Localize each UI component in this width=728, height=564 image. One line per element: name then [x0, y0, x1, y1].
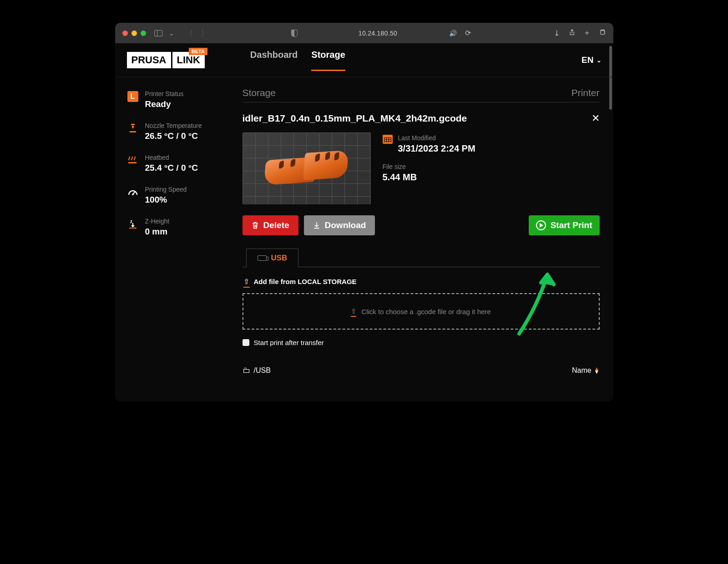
z-label: Z-Height — [145, 218, 170, 225]
gcode-thumbnail — [243, 132, 371, 204]
chevron-down-icon[interactable]: ⌄ — [166, 28, 177, 39]
checkbox-label: Start print after transfer — [254, 339, 324, 346]
tab-overview-icon[interactable] — [599, 29, 606, 38]
download-icon — [313, 221, 320, 229]
play-icon — [536, 220, 546, 230]
z-value: 0 mm — [145, 227, 170, 237]
drop-zone[interactable]: ⇧ Click to choose a .gcode file or drag … — [243, 293, 600, 330]
logo-part-a: PRUSA — [127, 52, 171, 68]
status-sidebar: L Printer Status Ready Nozzle Temperatur… — [115, 77, 243, 401]
nav-storage[interactable]: Storage — [311, 50, 345, 71]
start-label: Start Print — [551, 220, 592, 230]
heatbed-temp: Heatbed 25.4 °C / 0 °C — [127, 154, 233, 173]
status-icon: L — [127, 91, 138, 102]
browser-window: ⌄ 〈 〉 10.24.180.50 🔊 ⟳ ⤓ ＋ — [115, 23, 613, 401]
speed-icon — [127, 186, 139, 198]
print-speed: Printing Speed 100% — [127, 186, 233, 205]
folder-icon: 🗀 — [243, 366, 250, 375]
page-subtitle: Printer — [571, 87, 600, 98]
app-header: PRUSA LINK BETA Dashboard Storage EN ⌄ — [115, 43, 613, 77]
add-file-label: Add file from LOCAL STORAGE — [254, 278, 357, 285]
path-label[interactable]: /USB — [254, 366, 271, 375]
trash-icon — [252, 221, 259, 229]
sort-arrows-icon: ▲▼ — [594, 367, 600, 374]
nav-arrows: 〈 〉 — [185, 28, 209, 39]
speed-value: 100% — [145, 195, 187, 205]
drop-hint: Click to choose a .gcode file or drag it… — [361, 308, 490, 315]
tab-usb[interactable]: USB — [246, 249, 299, 267]
app-viewport: PRUSA LINK BETA Dashboard Storage EN ⌄ L — [115, 43, 613, 401]
size-label: File size — [383, 163, 475, 170]
logo[interactable]: PRUSA LINK BETA — [127, 52, 205, 68]
delete-label: Delete — [263, 220, 289, 230]
sidebar-toggle-icon[interactable] — [154, 30, 162, 36]
sort-label: Name — [572, 366, 592, 375]
download-button[interactable]: Download — [304, 215, 375, 235]
file-name: idler_B17_0.4n_0.15mm_PLA_MK4_2h42m.gcod… — [243, 113, 467, 124]
svg-rect-2 — [128, 162, 136, 163]
heatbed-value: 25.4 °C / 0 °C — [145, 163, 198, 173]
delete-button[interactable]: Delete — [243, 215, 298, 235]
language-label: EN — [581, 55, 593, 65]
add-file-row[interactable]: ⇧ Add file from LOCAL STORAGE — [243, 277, 599, 286]
modified-value: 3/31/2023 2:24 PM — [398, 143, 475, 154]
language-selector[interactable]: EN ⌄ — [581, 55, 601, 65]
usb-icon — [258, 255, 267, 261]
share-icon[interactable] — [568, 29, 575, 38]
download-label: Download — [325, 220, 366, 230]
tab-usb-label: USB — [271, 254, 288, 263]
main-panel: Storage Printer idler_B17_0.4n_0.15mm_PL… — [243, 77, 613, 401]
svg-rect-1 — [130, 131, 136, 132]
chevron-down-icon: ⌄ — [597, 57, 602, 64]
status-value: Ready — [145, 99, 184, 109]
upload-icon: ⇧ — [351, 307, 357, 315]
reload-button[interactable]: ⟳ — [465, 29, 471, 37]
page-heading: Storage Printer — [243, 87, 600, 102]
size-value: 5.44 MB — [383, 172, 475, 183]
nav-dashboard[interactable]: Dashboard — [250, 50, 298, 71]
svg-text:z: z — [130, 219, 132, 224]
modified-label: Last Modified — [398, 134, 475, 142]
minimize-window-button[interactable] — [131, 30, 137, 36]
svg-rect-0 — [601, 30, 605, 35]
svg-line-4 — [133, 192, 135, 194]
z-height: z Z-Height 0 mm — [127, 218, 233, 237]
beta-badge: BETA — [189, 48, 207, 55]
downloads-icon[interactable]: ⤓ — [554, 29, 560, 37]
maximize-window-button[interactable] — [141, 30, 146, 36]
file-actions: Delete Download Start Print — [243, 215, 600, 235]
calendar-icon — [383, 135, 393, 144]
upload-icon: ⇧ — [243, 277, 249, 286]
file-header: idler_B17_0.4n_0.15mm_PLA_MK4_2h42m.gcod… — [243, 112, 600, 124]
window-controls — [122, 30, 146, 36]
sort-control[interactable]: Name ▲▼ — [572, 366, 600, 375]
address-bar[interactable]: 10.24.180.50 — [359, 30, 397, 37]
start-print-button[interactable]: Start Print — [529, 215, 600, 235]
nozzle-value: 26.5 °C / 0 °C — [145, 131, 202, 141]
content: L Printer Status Ready Nozzle Temperatur… — [115, 43, 613, 401]
nozzle-icon — [127, 122, 139, 134]
z-height-icon: z — [127, 218, 139, 230]
nozzle-temp: Nozzle Temperature 26.5 °C / 0 °C — [127, 122, 233, 141]
main-nav: Dashboard Storage — [250, 50, 345, 71]
file-detail: Last Modified 3/31/2023 2:24 PM File siz… — [243, 132, 600, 204]
close-icon[interactable]: ✕ — [592, 112, 600, 124]
close-window-button[interactable] — [122, 30, 128, 36]
speed-label: Printing Speed — [145, 186, 187, 193]
new-tab-button[interactable]: ＋ — [583, 28, 591, 38]
back-button[interactable]: 〈 — [185, 28, 193, 39]
storage-tabs: USB — [243, 248, 600, 267]
page-title: Storage — [243, 87, 276, 98]
status-label: Printer Status — [145, 90, 184, 97]
last-modified: Last Modified 3/31/2023 2:24 PM — [383, 134, 475, 154]
audio-icon[interactable]: 🔊 — [449, 30, 457, 37]
browser-toolbar: ⌄ 〈 〉 10.24.180.50 🔊 ⟳ ⤓ ＋ — [115, 23, 613, 43]
privacy-shield-icon[interactable] — [291, 30, 298, 37]
forward-button[interactable]: 〉 — [201, 28, 209, 39]
checkbox[interactable] — [243, 339, 249, 346]
path-row: 🗀 /USB Name ▲▼ — [243, 366, 600, 375]
nozzle-label: Nozzle Temperature — [145, 122, 202, 129]
start-after-transfer-row[interactable]: Start print after transfer — [243, 339, 600, 346]
file-size: File size 5.44 MB — [383, 163, 475, 183]
heatbed-icon — [127, 154, 139, 166]
